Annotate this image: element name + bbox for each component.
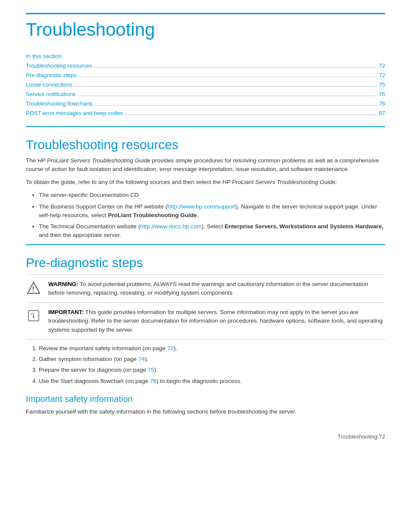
toc-row-2[interactable]: Pre-diagnostic steps 72: [26, 71, 385, 80]
toc-fill-1: [93, 67, 377, 68]
toc-row-1[interactable]: Troubleshooting resources 72: [26, 61, 385, 71]
toc-link-troubleshooting-resources[interactable]: Troubleshooting resources: [26, 61, 92, 71]
pre-diagnostic-steps-list: Review the important safety information …: [39, 344, 385, 386]
toc-page-1: 72: [379, 61, 385, 71]
section-divider-1: [26, 126, 385, 127]
troubleshooting-resources-bullets: The server-specific Documentation CD The…: [39, 191, 385, 240]
important-safety-para: Familiarize yourself with the safety inf…: [26, 408, 385, 416]
important-safety-heading: Important safety information: [26, 394, 385, 404]
toc-list: Troubleshooting resources 72 Pre-diagnos…: [26, 61, 385, 118]
toc-page-6: 87: [379, 109, 385, 118]
toc-link-loose-connections[interactable]: Loose connections: [26, 80, 72, 90]
toc-page-5: 76: [379, 99, 385, 109]
step-1-link[interactable]: 72: [167, 345, 174, 352]
toc-page-2: 72: [379, 71, 385, 80]
bullet-3: The Technical Documentation website (htt…: [39, 222, 385, 240]
toc-section: In this section Troubleshooting resource…: [26, 53, 385, 118]
step-4: Use the Start diagnosis flowchart (on pa…: [39, 377, 385, 386]
warning-body: WARNING: To avoid potential problems, AL…: [48, 280, 385, 298]
toc-link-post-error[interactable]: POST error messages and beep codes: [26, 109, 123, 118]
svg-text:i: i: [33, 313, 34, 320]
toc-row-4[interactable]: Service notifications 76: [26, 90, 385, 99]
page-title: Troubleshooting: [26, 13, 385, 40]
troubleshooting-resources-para1: The HP ProLiant Servers Troubleshooting …: [26, 156, 385, 174]
important-label: IMPORTANT:: [48, 309, 84, 315]
troubleshooting-resources-para2: To obtain the guide, refer to any of the…: [26, 178, 385, 187]
warning-divider-top: [26, 274, 385, 275]
toc-page-4: 76: [379, 90, 385, 99]
important-divider-bottom: [26, 339, 385, 340]
important-notice: i IMPORTANT: This guide provides informa…: [26, 305, 385, 338]
step-3-link[interactable]: 75: [148, 367, 154, 373]
warning-icon: !: [26, 281, 41, 296]
important-text: This guide provides information for mult…: [48, 309, 383, 333]
important-body: IMPORTANT: This guide provides informati…: [48, 308, 385, 334]
step-2: Gather symptom information (on page 74).: [39, 355, 385, 364]
svg-text:!: !: [32, 286, 34, 293]
toc-link-flowcharts[interactable]: Troubleshooting flowcharts: [26, 99, 93, 109]
link-docs-hp[interactable]: http://www.docs.hp.com: [140, 223, 202, 230]
warning-divider-mid: [26, 302, 385, 303]
step-3: Prepare the server for diagnosis (on pag…: [39, 366, 385, 374]
step-2-link[interactable]: 74: [138, 356, 145, 362]
toc-fill-2: [78, 77, 378, 77]
toc-link-pre-diagnostic[interactable]: Pre-diagnostic steps: [26, 71, 77, 80]
warning-label: WARNING:: [48, 281, 78, 287]
bullet-2: The Business Support Center on the HP we…: [39, 202, 385, 220]
toc-page-3: 75: [379, 80, 385, 90]
step-1: Review the important safety information …: [39, 344, 385, 353]
toc-row-5[interactable]: Troubleshooting flowcharts 76: [26, 99, 385, 109]
toc-row-6[interactable]: POST error messages and beep codes 87: [26, 109, 385, 118]
troubleshooting-resources-heading: Troubleshooting resources: [26, 137, 385, 152]
bullet-1: The server-specific Documentation CD: [39, 191, 385, 199]
toc-link-service-notifications[interactable]: Service notifications: [26, 90, 76, 99]
page-footer: Troubleshooting 72: [26, 433, 385, 440]
step-4-link[interactable]: 76: [150, 378, 156, 384]
footer-text: Troubleshooting 72: [337, 433, 385, 440]
warning-text: To avoid potential problems, ALWAYS read…: [48, 281, 368, 296]
warning-notice: ! WARNING: To avoid potential problems, …: [26, 277, 385, 301]
link-hp-support[interactable]: http://www.hp.com/support: [167, 203, 236, 210]
in-this-section-label: In this section: [26, 53, 385, 59]
toc-fill-4: [77, 96, 378, 96]
section-divider-2: [26, 244, 385, 245]
pre-diagnostic-heading: Pre-diagnostic steps: [26, 255, 385, 270]
toc-fill-3: [74, 86, 377, 87]
toc-fill-6: [124, 115, 377, 115]
important-icon: i: [26, 309, 41, 324]
toc-row-3[interactable]: Loose connections 75: [26, 80, 385, 90]
toc-fill-5: [94, 105, 378, 106]
